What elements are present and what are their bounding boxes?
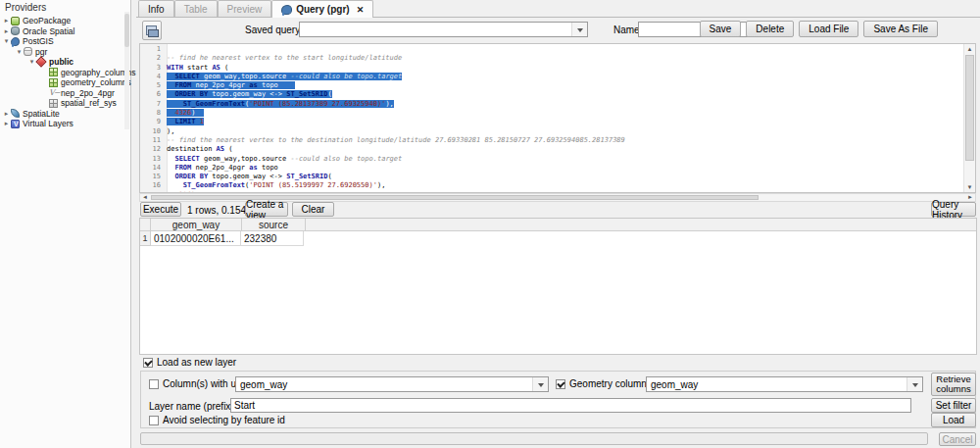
editor-line[interactable]: 15 ORDER BY topo.geom_way <-> ST_SetSRID… <box>140 173 963 181</box>
column-header-geom-way[interactable]: geom_way <box>151 219 242 230</box>
spatialite-icon <box>11 109 20 118</box>
saved-query-select[interactable] <box>299 22 588 37</box>
tree-item-geometry-columns[interactable]: geometry_columns <box>0 77 130 88</box>
tab-label: Query (pgr) <box>296 4 349 15</box>
editor-line[interactable]: 2-- find he nearest vertex to the start … <box>140 54 963 63</box>
tree-item-oracle-spatial[interactable]: ▸Oracle Spatial <box>0 26 130 37</box>
create-a-view-button[interactable]: Create a view <box>245 202 288 217</box>
tree-item-virtual-layers[interactable]: ▸Virtual Layers <box>0 119 130 129</box>
geometry-column-select[interactable]: geom_way <box>646 376 923 392</box>
editor-line[interactable]: 10), <box>140 127 963 136</box>
line-number: 6 <box>140 90 167 99</box>
load-button[interactable]: Load <box>931 413 976 427</box>
unique-values-checkbox[interactable] <box>149 379 159 389</box>
retrieve-columns-button[interactable]: Retrieve columns <box>931 373 976 396</box>
editor-line[interactable]: 5 FROM nep_2po_4pgr as topo <box>140 81 963 90</box>
chevron-down-icon[interactable]: ▾ <box>15 48 24 56</box>
line-number: 7 <box>140 100 167 109</box>
load-as-new-layer-checkbox[interactable] <box>143 358 153 368</box>
line-code: -- find the nearest vertex to the destin… <box>167 136 625 144</box>
save-as-file-button[interactable]: Save As File <box>863 21 938 37</box>
schema-icon <box>35 57 46 68</box>
tree-item-postgis[interactable]: ▾PostGIS <box>0 36 130 47</box>
saved-query-icon-button[interactable] <box>142 21 162 40</box>
sql-editor-text[interactable]: 12-- find he nearest vertex to the start… <box>140 45 963 193</box>
chevron-right-icon[interactable]: ▸ <box>2 120 11 127</box>
cancel-button[interactable]: Cancel <box>939 432 976 446</box>
providers-panel-title: Providers <box>0 0 130 16</box>
load-as-new-layer-label: Load as new layer <box>157 357 236 368</box>
tree-item-spatial-ref-sys[interactable]: spatial_ref_sys <box>0 98 130 109</box>
line-number: 2 <box>140 54 167 63</box>
geometry-column-checkbox[interactable] <box>556 379 565 389</box>
scroll-left-icon[interactable]: ◄ <box>140 194 150 201</box>
cell[interactable]: 232380 <box>241 231 304 246</box>
scroll-down-icon[interactable]: ▼ <box>964 182 975 192</box>
tree-item-label: public <box>49 57 74 67</box>
save-button[interactable]: Save <box>700 21 742 37</box>
results-grid[interactable]: geom_waysource 10102000020E61...232380 <box>139 218 977 355</box>
sql-editor[interactable]: 12-- find he nearest vertex to the start… <box>139 43 976 193</box>
tab-preview[interactable]: Preview <box>218 0 272 17</box>
editor-line[interactable]: 8 4326) <box>140 109 963 118</box>
line-number: 8 <box>140 109 167 118</box>
tab-info[interactable]: Info <box>138 0 174 17</box>
tree-item-label: SpatiaLite <box>23 109 60 119</box>
tree-item-spatialite[interactable]: ▸SpatiaLite <box>0 109 130 120</box>
editor-vscrollbar-thumb[interactable] <box>965 55 974 161</box>
column-header-source[interactable]: source <box>242 219 306 230</box>
delete-button[interactable]: Delete <box>746 21 794 37</box>
unique-values-select[interactable]: geom_way <box>235 376 549 392</box>
editor-line[interactable]: 6 ORDER BY topo.geom_way <-> ST_SetSRID( <box>140 90 963 99</box>
execute-button[interactable]: Execute <box>140 202 181 217</box>
scroll-up-icon[interactable]: ▲ <box>964 44 975 54</box>
saved-query-label: Saved query <box>245 25 300 35</box>
table-row[interactable]: 10102000020E61...232380 <box>140 231 976 246</box>
editor-line[interactable]: 1 <box>140 45 963 54</box>
editor-line[interactable]: 11-- find the nearest vertex to the dest… <box>140 136 963 145</box>
editor-line[interactable]: 12destination AS ( <box>140 145 963 154</box>
query-toolbar: Saved query Name SaveDeleteLoad FileSave… <box>136 18 980 43</box>
editor-line[interactable]: 3WITH start AS ( <box>140 64 963 73</box>
editor-line[interactable]: 7 ST_GeomFromText('POINT (85.28137389 27… <box>140 100 963 109</box>
avoid-selecting-checkbox[interactable] <box>149 416 159 425</box>
line-code: ST_GeomFromText('POINT (85.28137389 27.6… <box>167 100 394 108</box>
editor-line[interactable]: 14 FROM nep_2po_4pgr as topo <box>140 164 963 173</box>
line-number: 1 <box>140 45 167 54</box>
chevron-down-icon[interactable]: ▾ <box>2 37 11 45</box>
tree-item-public[interactable]: ▾public <box>0 57 130 68</box>
tree-item-nep-2po-4pgr[interactable]: nep_2po_4pgr <box>0 88 130 99</box>
editor-line[interactable]: 9 LIMIT 1 <box>140 118 963 126</box>
provider-tree: ▸GeoPackage▸Oracle Spatial▾PostGIS▾pgr▾p… <box>0 16 130 129</box>
tab-query-pgr[interactable]: Query (pgr)✕ <box>271 0 373 18</box>
row-number: 1 <box>140 231 151 246</box>
tree-item-label: spatial_ref_sys <box>61 98 117 108</box>
tab-table[interactable]: Table <box>174 0 218 17</box>
editor-line[interactable]: 4 SELECT geom_way,topo.source --could al… <box>140 73 963 81</box>
load-file-button[interactable]: Load File <box>799 21 858 37</box>
editor-line[interactable]: 13 SELECT geom_way,topo.source --could a… <box>140 155 963 164</box>
tab-label: Info <box>148 4 165 15</box>
clear-button[interactable]: Clear <box>292 202 334 217</box>
tree-item-geography-columns[interactable]: geography_columns <box>0 68 130 78</box>
sidebar-scrollbar[interactable] <box>124 12 129 129</box>
tree-item-pgr[interactable]: ▾pgr <box>0 47 130 58</box>
line-code: FROM nep_2po_4pgr as topo <box>167 164 278 172</box>
chevron-right-icon[interactable]: ▸ <box>2 27 11 35</box>
editor-vscrollbar[interactable]: ▲ ▼ <box>963 44 975 192</box>
tree-item-label: GeoPackage <box>23 16 71 25</box>
tree-item-geopackage[interactable]: ▸GeoPackage <box>0 16 130 26</box>
results-header: geom_waysource <box>140 219 976 231</box>
tab-label: Table <box>184 4 208 15</box>
cell[interactable]: 0102000020E61... <box>151 231 241 246</box>
layer-name-prefix-input[interactable] <box>230 398 911 413</box>
query-history-button[interactable]: Query History <box>931 202 976 217</box>
chevron-right-icon[interactable]: ▸ <box>2 17 11 25</box>
set-filter-button[interactable]: Set filter <box>931 398 976 413</box>
tree-item-label: pgr <box>35 47 47 57</box>
chevron-right-icon[interactable]: ▸ <box>2 110 11 118</box>
close-icon[interactable]: ✕ <box>357 5 365 15</box>
editor-hscrollbar-thumb[interactable] <box>151 195 759 200</box>
editor-line[interactable]: 16 ST_GeomFromText('POINT (85.5199997 27… <box>140 181 963 190</box>
sidebar-scrollbar-thumb[interactable] <box>124 14 129 47</box>
